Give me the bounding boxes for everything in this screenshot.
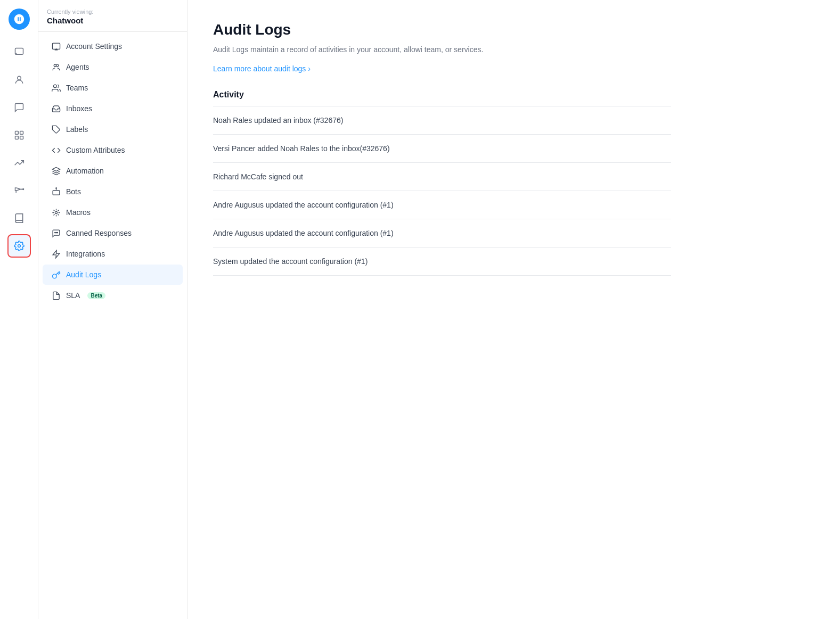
svg-rect-5 <box>20 136 23 139</box>
nav-label-macros: Macros <box>66 208 91 217</box>
nav-item-account-settings[interactable]: Account Settings <box>43 36 183 56</box>
svg-point-6 <box>18 245 20 247</box>
nav-label-agents: Agents <box>66 63 89 71</box>
nav-item-teams[interactable]: Teams <box>43 78 183 98</box>
nav-label-custom-attributes: Custom Attributes <box>66 146 125 154</box>
learn-more-text: Learn more about audit logs <box>213 64 306 73</box>
activity-item-4: Andre Augusus updated the account config… <box>213 219 671 247</box>
nav-item-integrations[interactable]: Integrations <box>43 244 183 264</box>
nav-item-agents[interactable]: Agents <box>43 57 183 77</box>
nav-label-bots: Bots <box>66 187 81 196</box>
svg-rect-3 <box>20 131 23 135</box>
svg-point-15 <box>54 232 55 233</box>
bots-icon <box>51 187 61 196</box>
account-settings-icon <box>51 42 61 51</box>
activity-header: Activity <box>213 90 671 106</box>
page-title: Audit Logs <box>213 21 814 38</box>
nav-label-sla: SLA <box>66 291 80 300</box>
agents-icon <box>51 62 61 72</box>
rail-conversations-icon[interactable] <box>7 40 31 64</box>
labels-icon <box>51 125 61 134</box>
rail-reports-icon[interactable] <box>7 151 31 175</box>
canned-responses-icon <box>51 228 61 238</box>
activity-item-2: Richard McCafe signed out <box>213 163 671 191</box>
automation-icon <box>51 166 61 176</box>
nav-label-labels: Labels <box>66 125 88 134</box>
svg-point-14 <box>55 211 57 213</box>
svg-rect-2 <box>15 131 18 135</box>
learn-more-link[interactable]: Learn more about audit logs › <box>213 64 311 73</box>
activity-item-0: Noah Rales updated an inbox (#32676) <box>213 106 671 135</box>
nav-item-automation[interactable]: Automation <box>43 161 183 181</box>
svg-point-10 <box>53 85 56 88</box>
nav-item-custom-attributes[interactable]: Custom Attributes <box>43 140 183 160</box>
nav-label-account-settings: Account Settings <box>66 42 122 51</box>
nav-label-teams: Teams <box>66 84 88 92</box>
svg-point-1 <box>17 76 21 80</box>
activity-item-1: Versi Pancer added Noah Rales to the inb… <box>213 135 671 163</box>
svg-rect-12 <box>53 190 60 195</box>
svg-point-16 <box>55 232 56 233</box>
currently-viewing-name: Chatwoot <box>47 16 178 25</box>
rail-campaigns-icon[interactable] <box>7 179 31 202</box>
inboxes-icon <box>51 104 61 113</box>
custom-attributes-icon <box>51 145 61 155</box>
rail-widget-icon[interactable] <box>7 123 31 147</box>
audit-logs-icon <box>51 270 61 279</box>
sla-beta-badge: Beta <box>87 292 105 299</box>
nav-item-macros[interactable]: Macros <box>43 202 183 222</box>
macros-icon <box>51 208 61 217</box>
nav-item-labels[interactable]: Labels <box>43 119 183 139</box>
nav-item-canned-responses[interactable]: Canned Responses <box>43 223 183 243</box>
svg-point-17 <box>56 232 57 233</box>
nav-label-inboxes: Inboxes <box>66 104 92 113</box>
nav-item-sla[interactable]: SLA Beta <box>43 285 183 306</box>
activity-item-5: System updated the account configuration… <box>213 247 671 276</box>
currently-viewing-section: Currently viewing: Chatwoot <box>38 0 187 32</box>
svg-rect-4 <box>15 136 18 139</box>
activity-item-3: Andre Augusus updated the account config… <box>213 191 671 219</box>
svg-point-9 <box>56 64 58 66</box>
currently-viewing-label: Currently viewing: <box>47 9 178 15</box>
rail-library-icon[interactable] <box>7 207 31 230</box>
svg-marker-18 <box>53 250 60 258</box>
app-logo <box>9 9 30 30</box>
integrations-icon <box>51 249 61 259</box>
nav-label-automation: Automation <box>66 167 104 175</box>
nav-item-audit-logs[interactable]: Audit Logs <box>43 265 183 285</box>
activity-section: Activity Noah Rales updated an inbox (#3… <box>213 90 671 276</box>
teams-icon <box>51 83 61 93</box>
sla-icon <box>51 291 61 300</box>
page-description: Audit Logs maintain a record of activiti… <box>213 44 629 55</box>
nav-label-canned-responses: Canned Responses <box>66 229 132 237</box>
main-content: Audit Logs Audit Logs maintain a record … <box>187 0 840 619</box>
nav-label-integrations: Integrations <box>66 250 105 258</box>
learn-more-chevron: › <box>308 64 311 73</box>
svg-rect-7 <box>52 43 60 49</box>
nav-item-inboxes[interactable]: Inboxes <box>43 98 183 119</box>
nav-label-audit-logs: Audit Logs <box>66 270 101 279</box>
rail-chat-icon[interactable] <box>7 96 31 119</box>
sidebar: Currently viewing: Chatwoot Account Sett… <box>38 0 187 619</box>
rail-settings-icon[interactable] <box>7 234 31 258</box>
nav-item-bots[interactable]: Bots <box>43 181 183 202</box>
icon-rail <box>0 0 38 619</box>
rail-contacts-icon[interactable] <box>7 68 31 92</box>
